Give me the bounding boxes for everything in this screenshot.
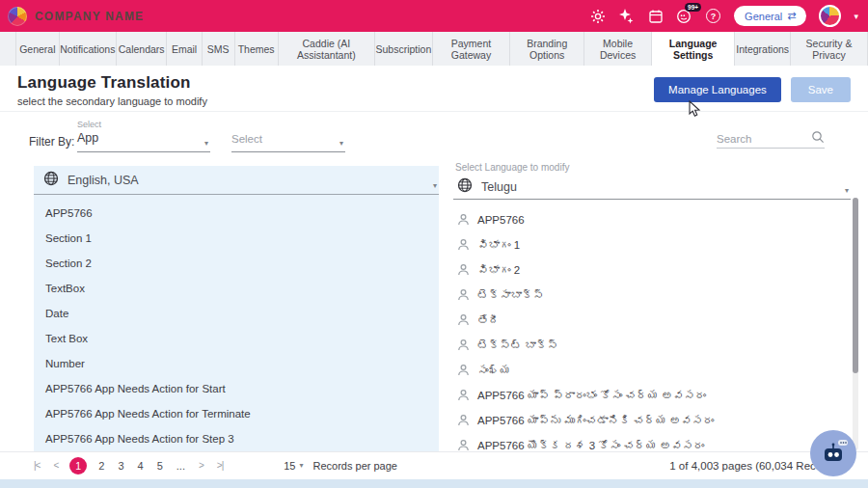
person-icon <box>457 389 470 403</box>
tab-subscription[interactable]: Subscription <box>375 32 433 66</box>
source-list-item[interactable]: APP5766 App Needs Action for Terminate <box>34 401 439 426</box>
target-list-item[interactable]: APP5766 యాప్ను ముగించడానికి చర్య అవసరం <box>453 408 851 433</box>
last-page-button[interactable]: >| <box>217 460 223 471</box>
target-list-item[interactable]: సంఖ్య <box>453 358 851 383</box>
filter-row: Filter By: Select App ▾ Select ▾ <box>0 112 868 162</box>
page-ellipsis[interactable]: ... <box>176 460 185 472</box>
help-icon[interactable]: ? <box>705 8 721 24</box>
save-button[interactable]: Save <box>791 77 851 102</box>
search-field <box>717 129 825 149</box>
tab-caddie-ai[interactable]: Caddie (AI Assistantant) <box>279 32 375 66</box>
scrollbar-thumb[interactable] <box>853 198 858 373</box>
tab-security-privacy[interactable]: Security & Privacy <box>791 32 868 66</box>
source-list-item[interactable]: TextBox <box>34 276 439 301</box>
settings-gear-icon[interactable] <box>589 8 606 24</box>
person-icon <box>457 313 470 328</box>
target-list-item[interactable]: APP5766 యొక్క దశ 3 కోసం చర్య అవసరం <box>453 433 851 451</box>
tab-language-settings[interactable]: Language Settings <box>652 32 735 66</box>
page-button[interactable]: 4 <box>138 460 144 472</box>
first-page-button[interactable]: |< <box>34 460 40 471</box>
org-switcher[interactable]: General ⇄ <box>734 6 806 26</box>
source-language-dropdown[interactable]: English, USA ▾ <box>34 166 439 195</box>
tab-integrations[interactable]: Integrations <box>735 32 791 66</box>
chevron-down-icon: ▾ <box>845 186 849 195</box>
target-language-value: Telugu <box>481 180 517 194</box>
target-list-item[interactable]: టెక్స్ట్ బాక్స్ <box>453 333 851 358</box>
robot-icon <box>817 437 850 470</box>
source-list-item[interactable]: APP5766 <box>34 201 439 226</box>
person-icon <box>457 414 470 428</box>
person-icon <box>457 288 470 303</box>
target-list-item[interactable]: APP5766 యాప్ ప్రారంభం కోసం చర్య అవసరం <box>453 383 851 408</box>
target-items-list: APP5766 విభాగం 1 విభాగం 2 టెక్సాబాక్స్ త… <box>453 207 851 451</box>
user-avatar[interactable] <box>819 5 841 27</box>
messages-icon[interactable]: 99+ <box>676 8 692 24</box>
tab-themes[interactable]: Themes <box>235 32 279 66</box>
page-button[interactable]: 2 <box>98 460 104 472</box>
page-button[interactable]: 3 <box>118 460 123 472</box>
settings-screen: COMPANY NAME 99+ ? General ⇄ <box>0 0 868 488</box>
target-language-dropdown[interactable]: Telugu ▾ <box>453 175 851 200</box>
tab-branding-options[interactable]: Branding Options <box>510 32 584 66</box>
source-list-item[interactable]: Text Box <box>34 326 439 351</box>
pagination-bar: |< < 1 2 3 4 5 ... > >| 15 ▾ Records per… <box>0 451 868 478</box>
filter-value-dropdown[interactable]: Select ▾ <box>231 133 345 152</box>
records-per-page-select[interactable]: 15 ▾ <box>284 460 303 472</box>
next-page-button[interactable]: > <box>199 460 203 471</box>
chevron-down-icon: ▾ <box>299 461 303 470</box>
translation-content: English, USA ▾ APP5766 Section 1 Section… <box>0 162 868 451</box>
target-language-panel: Select Language to modify Telugu ▾ APP57… <box>453 162 851 451</box>
chatbot-button[interactable] <box>810 430 856 476</box>
source-language-value: English, USA <box>68 174 139 187</box>
tab-email[interactable]: Email <box>167 32 202 66</box>
page-button[interactable]: 5 <box>157 460 163 472</box>
target-list-item[interactable]: టెక్సాబాక్స్ <box>453 283 851 308</box>
page-title: Language Translation <box>17 73 207 93</box>
person-icon <box>457 213 470 228</box>
page-subtitle: select the secondary language to modify <box>17 95 207 107</box>
tab-notifications[interactable]: Notifications <box>60 32 117 66</box>
tab-payment-gateway[interactable]: Payment Gateway <box>433 32 510 66</box>
tab-sms[interactable]: SMS <box>203 32 235 66</box>
target-list-item[interactable]: తేదీ <box>453 308 851 333</box>
search-icon[interactable] <box>811 130 825 148</box>
tab-mobile-devices[interactable]: Mobile Devices <box>584 32 652 66</box>
target-list-item[interactable]: విభాగం 2 <box>453 258 851 283</box>
chevron-down-icon: ▾ <box>433 181 437 190</box>
target-list-item[interactable]: విభాగం 1 <box>453 232 851 258</box>
filter-type-dropdown[interactable]: Select App ▾ <box>77 120 210 152</box>
source-list-item[interactable]: APP5766 App Needs Action for Step 3 <box>34 426 439 451</box>
target-list-item[interactable]: APP5766 <box>453 207 851 232</box>
filter-by-label: Filter By: <box>29 135 74 149</box>
filter-value-placeholder: Select <box>231 133 345 145</box>
tab-general[interactable]: General <box>15 32 60 66</box>
source-list-item[interactable]: APP5766 App Needs Action for Start <box>34 376 439 401</box>
person-icon <box>457 364 470 378</box>
calendar-icon[interactable] <box>647 8 664 24</box>
swap-icon: ⇄ <box>787 10 796 22</box>
source-items-list: APP5766 Section 1 Section 2 TextBox Date… <box>34 201 439 451</box>
source-list-item[interactable]: Section 2 <box>34 251 439 276</box>
topbar-actions: 99+ ? General ⇄ ▾ <box>589 5 858 27</box>
vertical-scrollbar[interactable] <box>853 198 858 450</box>
search-input[interactable] <box>717 133 805 145</box>
top-header: COMPANY NAME 99+ ? General ⇄ <box>0 0 868 32</box>
filter-type-value: App <box>77 131 210 145</box>
message-count-badge: 99+ <box>685 3 701 12</box>
records-per-page-label: Records per page <box>313 460 397 472</box>
company-name: COMPANY NAME <box>35 10 144 23</box>
globe-icon <box>43 171 59 190</box>
source-list-item[interactable]: Number <box>34 351 439 376</box>
company-logo-icon <box>8 7 27 26</box>
source-list-item[interactable]: Date <box>34 301 439 326</box>
person-icon <box>457 263 470 278</box>
prev-page-button[interactable]: < <box>53 460 58 471</box>
tab-calendars[interactable]: Calendars <box>117 32 167 66</box>
source-list-item[interactable]: Section 1 <box>34 226 439 251</box>
page-button-current[interactable]: 1 <box>69 457 87 474</box>
ai-sparkle-icon[interactable] <box>618 8 635 24</box>
target-language-label: Select Language to modify <box>453 162 851 173</box>
manage-languages-button[interactable]: Manage Languages <box>654 77 781 102</box>
profile-caret-icon[interactable]: ▾ <box>854 12 858 21</box>
globe-icon <box>457 177 473 197</box>
